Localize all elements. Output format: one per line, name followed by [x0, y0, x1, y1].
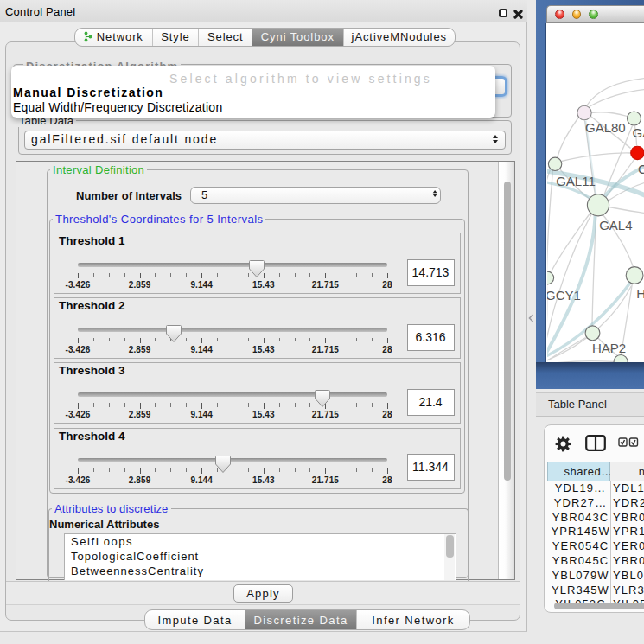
svg-text:GAL80: GAL80	[585, 119, 626, 134]
svg-text:GCY1: GCY1	[547, 288, 581, 303]
svg-text:HAP2: HAP2	[592, 341, 626, 355]
svg-text:GAL4: GAL4	[599, 217, 632, 232]
svg-text:GAL11: GAL11	[556, 173, 596, 188]
svg-text:GA: GA	[632, 124, 644, 139]
svg-text:H: H	[636, 286, 644, 301]
svg-text:C: C	[638, 161, 644, 175]
